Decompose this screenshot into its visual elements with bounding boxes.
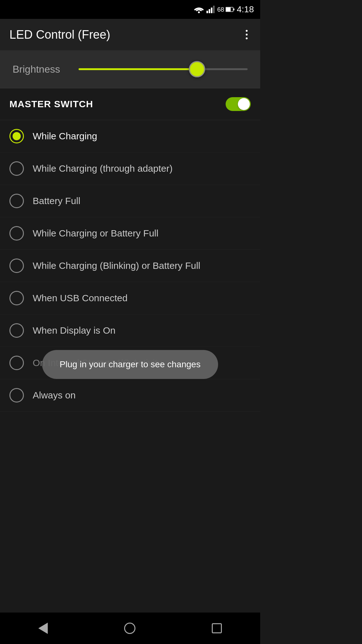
option-label-while-charging-blinking: While Charging (Blinking) or Battery Ful… <box>33 260 200 271</box>
battery-indicator: 68 <box>217 6 234 13</box>
radio-when-display-on <box>9 323 24 338</box>
svg-rect-7 <box>226 8 231 11</box>
option-label-when-usb-connected: When USB Connected <box>33 293 128 303</box>
radio-when-usb-connected <box>9 291 24 305</box>
radio-on-internal-storage <box>9 356 24 370</box>
svg-rect-1 <box>206 11 208 13</box>
brightness-slider-container[interactable] <box>79 60 248 79</box>
master-switch-label: MASTER SWITCH <box>9 99 93 109</box>
brightness-section: Brightness <box>0 50 260 88</box>
option-when-usb-connected[interactable]: When USB Connected <box>0 282 260 314</box>
app-bar: LED Control (Free) <box>0 19 260 50</box>
battery-percentage: 68 <box>217 6 224 13</box>
option-label-while-charging-battery-full: While Charging or Battery Full <box>33 228 158 239</box>
wifi-icon <box>194 6 204 13</box>
more-dot-2 <box>246 34 248 36</box>
master-switch-toggle[interactable] <box>226 97 251 111</box>
options-list: While Charging While Charging (through a… <box>0 120 260 412</box>
radio-always-on <box>9 388 24 402</box>
more-dot-1 <box>246 30 248 32</box>
option-label-while-charging: While Charging <box>33 131 97 142</box>
status-icons: 68 4:18 <box>194 4 254 14</box>
svg-rect-2 <box>209 9 210 13</box>
option-label-while-charging-adapter: While Charging (through adapter) <box>33 163 173 174</box>
radio-while-charging-blinking <box>9 258 24 273</box>
option-while-charging[interactable]: While Charging <box>0 120 260 153</box>
slider-thumb[interactable] <box>189 61 205 77</box>
radio-battery-full <box>9 194 24 208</box>
option-while-charging-adapter[interactable]: While Charging (through adapter) <box>0 153 260 185</box>
svg-rect-3 <box>211 8 212 13</box>
option-label-when-display-on: When Display is On <box>33 325 115 336</box>
brightness-label: Brightness <box>13 64 69 75</box>
status-time: 4:18 <box>237 4 254 14</box>
app-title: LED Control (Free) <box>9 28 110 42</box>
master-switch-section: MASTER SWITCH <box>0 88 260 120</box>
toast-notification: Plug in your charger to see changes <box>42 350 218 379</box>
content-area: Brightness MASTER SWITCH While Charging … <box>0 50 260 443</box>
radio-while-charging-adapter <box>9 161 24 176</box>
option-always-on[interactable]: Always on <box>0 379 260 412</box>
slider-track <box>79 68 248 70</box>
slider-fill <box>79 68 197 70</box>
option-label-battery-full: Battery Full <box>33 196 80 206</box>
option-while-charging-battery-full[interactable]: While Charging or Battery Full <box>0 217 260 250</box>
more-dot-3 <box>246 37 248 39</box>
toast-message: Plug in your charger to see changes <box>60 359 200 369</box>
option-while-charging-blinking[interactable]: While Charging (Blinking) or Battery Ful… <box>0 250 260 282</box>
option-when-display-on[interactable]: When Display is On <box>0 314 260 347</box>
radio-while-charging-battery-full <box>9 226 24 241</box>
option-label-always-on: Always on <box>33 390 76 401</box>
more-menu-button[interactable] <box>243 27 251 42</box>
option-battery-full[interactable]: Battery Full <box>0 185 260 217</box>
option-on-internal-storage[interactable]: On Internal Storage I/O Activity Plug in… <box>0 347 260 379</box>
radio-while-charging <box>9 129 24 143</box>
svg-point-0 <box>198 11 200 13</box>
signal-icon <box>206 6 215 13</box>
status-bar: 68 4:18 <box>0 0 260 19</box>
svg-rect-6 <box>233 8 234 10</box>
svg-rect-4 <box>213 6 215 13</box>
